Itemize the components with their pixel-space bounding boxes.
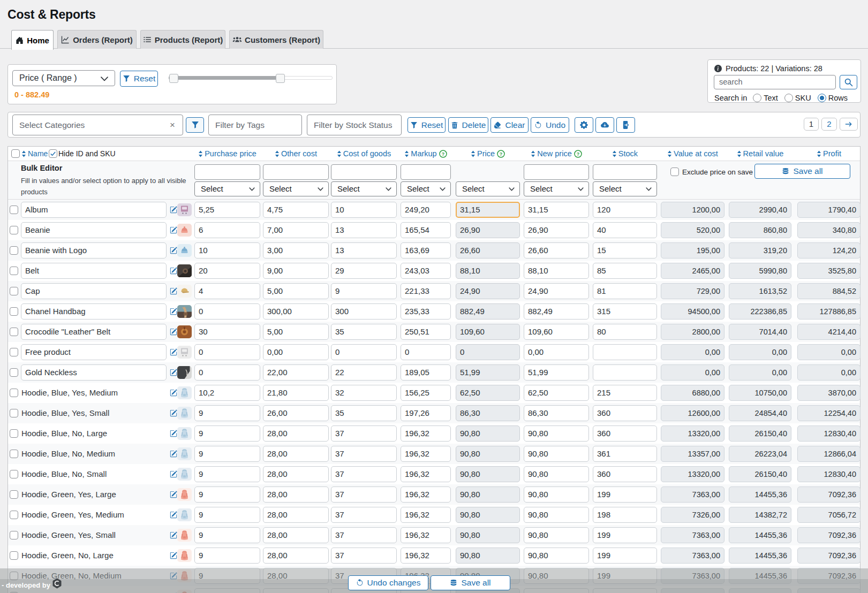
svg-text:?: ?	[441, 151, 444, 156]
svg-text:?: ?	[577, 151, 579, 156]
svg-text:?: ?	[500, 151, 502, 156]
